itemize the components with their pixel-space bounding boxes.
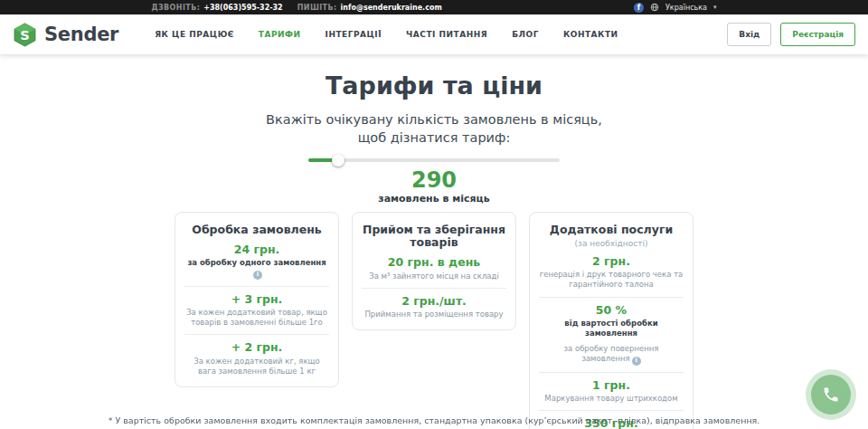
phone-icon xyxy=(822,386,840,404)
nav-item-faq[interactable]: ЧАСТІ ПИТАННЯ xyxy=(406,30,487,39)
card-divider xyxy=(184,334,329,335)
orders-count: 290 xyxy=(0,168,868,192)
svg-text:S: S xyxy=(20,26,30,42)
card-divider xyxy=(362,288,506,289)
price-description: за обробку повернення замовленняi xyxy=(539,344,684,366)
card-title: Прийом та зберігання товарів xyxy=(362,224,506,250)
price-description: від вартості обробки замовлення xyxy=(539,319,684,338)
nav-item-tariffs[interactable]: ТАРИФИ xyxy=(259,30,301,39)
globe-icon xyxy=(650,3,659,12)
price-description: За кожен додатковий кг, якщо вага замовл… xyxy=(184,357,329,377)
orders-slider[interactable] xyxy=(308,154,560,167)
price-description: за обробку одного замовленняi xyxy=(184,258,329,280)
main-content: Тарифи та ціни Вкажіть очікувану кількіс… xyxy=(0,72,868,429)
callback-button[interactable] xyxy=(806,369,856,420)
email-link[interactable]: info@senderukraine.com xyxy=(341,4,442,12)
card-subtitle: (за необхідності) xyxy=(539,239,684,248)
pricing-card-order-processing: Обробка замовлень24 грн.за обробку одног… xyxy=(175,212,339,387)
phone-link[interactable]: +38(063)595-32-32 xyxy=(203,4,282,12)
slider-handle[interactable] xyxy=(332,154,344,167)
pricing-card-reception-storage: Прийом та зберігання товарів20 грн. в де… xyxy=(352,212,516,331)
nav-item-blog[interactable]: БЛОГ xyxy=(512,30,539,39)
price-description: Приймання та розміщення товару xyxy=(362,310,506,319)
pricing-cards: Обробка замовлень24 грн.за обробку одног… xyxy=(0,212,868,429)
page-title: Тарифи та ціни xyxy=(0,72,868,100)
language-selector[interactable]: Українська xyxy=(665,4,707,12)
price-label: 50 % xyxy=(539,304,684,317)
slider-instruction-line1: Вкажіть очікувану кількість замовлень в … xyxy=(0,110,868,129)
sender-logo-icon: S xyxy=(13,23,37,47)
price-label: 2 грн./шт. xyxy=(362,295,506,308)
callback-button-circle xyxy=(811,375,851,415)
nav-item-integrations[interactable]: ІНТЕГРАЦІЇ xyxy=(326,30,382,39)
price-label: 20 грн. в день xyxy=(362,256,506,269)
price-description: генерація і друк товарного чека та гаран… xyxy=(539,270,684,290)
price-label: 1 грн. xyxy=(539,379,684,392)
price-label: + 2 грн. xyxy=(184,341,329,354)
card-title: Додаткові послуги xyxy=(539,224,684,236)
card-divider xyxy=(184,286,329,287)
card-divider xyxy=(539,410,684,411)
slider-instruction-line2: щоб дізнатися тариф: xyxy=(0,129,868,147)
slider-track[interactable] xyxy=(308,158,560,162)
slider-instruction: Вкажіть очікувану кількість замовлень в … xyxy=(0,110,868,148)
price-label: + 3 грн. xyxy=(184,293,329,306)
footnote: * У вартість обробки замовлення входить … xyxy=(0,415,868,425)
pricing-card-additional-services: Додаткові послуги(за необхідності)2 грн.… xyxy=(529,212,693,429)
logo[interactable]: S Sender xyxy=(13,23,118,47)
nav-item-contacts[interactable]: КОНТАКТИ xyxy=(563,30,618,39)
brand-name: Sender xyxy=(44,24,118,45)
card-divider xyxy=(539,372,684,373)
info-icon[interactable]: i xyxy=(253,271,262,280)
register-button[interactable]: Реєстрація xyxy=(780,23,855,46)
orders-caption: замовлень в місяць xyxy=(0,193,868,205)
main-nav: ЯК ЦЕ ПРАЦЮЄТАРИФИІНТЕГРАЦІЇЧАСТІ ПИТАНН… xyxy=(155,30,618,39)
write-label: ПИШІТЬ: xyxy=(297,4,337,12)
topbar: ДЗВОНІТЬ: +38(063)595-32-32 ПИШІТЬ: info… xyxy=(0,0,868,14)
login-button[interactable]: Вхід xyxy=(727,23,771,46)
call-label: ДЗВОНІТЬ: xyxy=(152,4,201,12)
chevron-down-icon[interactable]: ▾ xyxy=(713,4,717,11)
price-label: 2 грн. xyxy=(539,255,684,268)
price-label: 24 грн. xyxy=(184,243,329,256)
price-description: За кожен додатковий товар, якщо товарів … xyxy=(184,308,329,328)
phone-contact: ДЗВОНІТЬ: +38(063)595-32-32 xyxy=(152,4,283,12)
card-title: Обробка замовлень xyxy=(184,224,329,236)
info-icon[interactable]: i xyxy=(632,357,641,366)
card-divider xyxy=(539,297,684,298)
facebook-icon[interactable]: f xyxy=(634,3,644,13)
email-contact: ПИШІТЬ: info@senderukraine.com xyxy=(297,4,442,12)
price-description: За м³ зайнятого місця на складі xyxy=(362,272,506,281)
header: S Sender ЯК ЦЕ ПРАЦЮЄТАРИФИІНТЕГРАЦІЇЧАС… xyxy=(0,14,868,54)
nav-item-how-it-works[interactable]: ЯК ЦЕ ПРАЦЮЄ xyxy=(155,30,234,39)
price-description: Маркування товару штрихкодом xyxy=(539,394,684,404)
